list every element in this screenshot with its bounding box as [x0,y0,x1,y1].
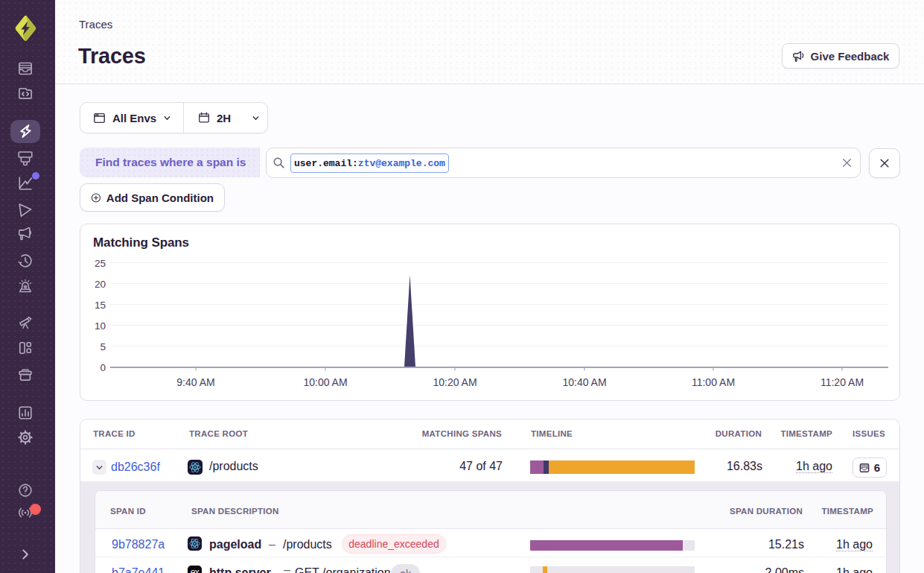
svg-text:10:40 AM: 10:40 AM [562,376,606,388]
svg-text:20: 20 [95,279,106,290]
svg-text:5: 5 [100,341,106,352]
svg-text:0: 0 [100,362,106,373]
svg-text:25: 25 [95,258,106,269]
svg-text:11:00 AM: 11:00 AM [692,376,735,388]
svg-text:9:40 AM: 9:40 AM [176,376,214,388]
svg-text:11:20 AM: 11:20 AM [821,376,864,388]
svg-text:10:00 AM: 10:00 AM [303,376,347,388]
svg-text:10: 10 [95,320,106,332]
svg-text:10:20 AM: 10:20 AM [433,376,477,388]
svg-text:15: 15 [95,300,106,311]
